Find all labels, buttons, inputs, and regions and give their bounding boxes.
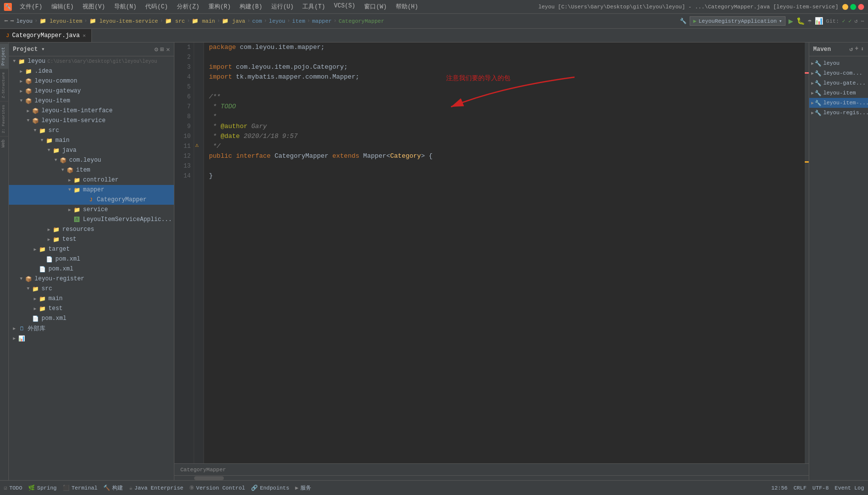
- tree-test-arrow[interactable]: ▶: [45, 236, 52, 243]
- breadcrumb-leyou-item[interactable]: 📁 leyou-item: [40, 18, 83, 24]
- close-button[interactable]: [858, 4, 864, 10]
- tree-controller-arrow[interactable]: ▶: [66, 177, 73, 183]
- maven-download-icon[interactable]: ⬇: [861, 45, 864, 53]
- breadcrumb-leyou[interactable]: leyou: [16, 18, 33, 24]
- tree-idea-arrow[interactable]: ▶: [18, 68, 25, 75]
- menu-window[interactable]: 窗口(W): [360, 1, 391, 12]
- tree-idea[interactable]: ▶ 📁 .idea: [9, 66, 174, 76]
- minimize-button[interactable]: [842, 4, 848, 10]
- tree-register-main[interactable]: ▶ 📁 main: [9, 294, 174, 304]
- git-refresh[interactable]: ↺: [855, 18, 858, 24]
- tree-mapper-arrow[interactable]: ▼: [66, 186, 73, 193]
- tree-app-class[interactable]: 🅰 LeyouItemServiceApplic...: [9, 215, 174, 225]
- tree-target-arrow[interactable]: ▶: [32, 246, 39, 253]
- breadcrumb-item[interactable]: item: [292, 18, 305, 24]
- tab-close-button[interactable]: ✕: [83, 33, 85, 39]
- tree-controller[interactable]: ▶ 📁 controller: [9, 175, 174, 185]
- vtab-zstructure[interactable]: Z-Structure: [0, 69, 9, 101]
- breadcrumb-service[interactable]: 📁 leyou-item-service: [89, 18, 158, 24]
- breadcrumb-src[interactable]: 📁 src: [165, 18, 185, 24]
- tree-leyou-root[interactable]: ▼ 📁 leyou C:\Users\Gary\Desktop\git\leyo…: [9, 56, 174, 66]
- tree-leyou-common[interactable]: ▶ 📦 leyou-common: [9, 76, 174, 86]
- tree-leyou-arrow[interactable]: ▼: [11, 58, 18, 65]
- status-endpoints[interactable]: 🔗 Endpoints: [251, 485, 289, 491]
- tree-resources[interactable]: ▶ 📁 resources: [9, 225, 174, 234]
- nav-icon-back[interactable]: ⬅: [4, 17, 8, 25]
- maven-add-icon[interactable]: +: [855, 45, 859, 53]
- menu-build[interactable]: 构建(B): [236, 1, 266, 12]
- run-button[interactable]: ▶: [788, 16, 793, 26]
- menu-view[interactable]: 视图(V): [79, 1, 109, 12]
- menu-bar[interactable]: 文件(F) 编辑(E) 视图(V) 导航(N) 代码(C) 分析(Z) 重构(R…: [16, 1, 422, 12]
- status-java-enterprise[interactable]: ☕ Java Enterprise: [129, 485, 183, 491]
- tree-gateway-arrow[interactable]: ▶: [18, 88, 25, 94]
- maven-leyou-item-sel[interactable]: ▶ 🔧 leyou-item-...: [809, 98, 868, 108]
- event-log[interactable]: Event Log: [835, 485, 864, 491]
- menu-navigate[interactable]: 导航(N): [110, 1, 141, 12]
- menu-vcs[interactable]: VCS(S): [330, 1, 359, 12]
- tree-com-leyou[interactable]: ▼ 📦 com.leyou: [9, 155, 174, 165]
- tree-service-folder[interactable]: ▶ 📁 service: [9, 205, 174, 215]
- debug-button[interactable]: 🐛: [796, 17, 805, 25]
- line-ending[interactable]: CRLF: [793, 485, 806, 491]
- run-controls[interactable]: 🔧 ▶ LeyouRegistryApplication ▾ ▶ 🐛 ☂ 📊 G…: [680, 16, 864, 26]
- vtab-favorites[interactable]: 2: Favorites: [0, 101, 9, 136]
- status-terminal[interactable]: ⬛ Terminal: [63, 485, 98, 491]
- menu-analyze[interactable]: 分析(Z): [173, 1, 204, 12]
- h-scrollbar-thumb[interactable]: [194, 476, 224, 480]
- menu-tools[interactable]: 工具(T): [298, 1, 329, 12]
- git-check1[interactable]: ✓: [842, 18, 846, 24]
- tree-leyou-item[interactable]: ▼ 📦 leyou-item: [9, 96, 174, 106]
- tab-categorymapper[interactable]: J CategoryMapper.java ✕: [0, 29, 92, 42]
- breadcrumb-mapper[interactable]: mapper: [312, 18, 332, 24]
- git-more[interactable]: ⋯: [861, 18, 864, 24]
- menu-refactor[interactable]: 重构(R): [205, 1, 235, 12]
- tree-java-arrow[interactable]: ▼: [45, 147, 52, 154]
- tree-reg-main-arrow[interactable]: ▶: [32, 295, 39, 302]
- nav-icon-forward[interactable]: ➡: [10, 17, 14, 25]
- tree-scratches-arrow[interactable]: ▶: [11, 325, 18, 332]
- tree-register-src[interactable]: ▼ 📁 src: [9, 284, 174, 294]
- tree-leyou-register[interactable]: ▼ 📦 leyou-register: [9, 274, 174, 284]
- menu-file[interactable]: 文件(F): [16, 1, 46, 12]
- maven-leyou-item[interactable]: ▶ 🔧 leyou-item: [809, 88, 868, 98]
- panel-close-icon[interactable]: ✕: [166, 45, 170, 53]
- tree-src-arrow[interactable]: ▼: [32, 127, 39, 134]
- tree-test[interactable]: ▶ 📁 test: [9, 234, 174, 244]
- code-view[interactable]: 1 2 3 4 5 6 7 8 9 10 11 12 13 14 ⚠: [174, 43, 809, 463]
- tree-src[interactable]: ▼ 📁 src: [9, 126, 174, 135]
- tree-mapper[interactable]: ▼ 📁 mapper: [9, 185, 174, 195]
- tree-interface-arrow[interactable]: ▶: [25, 107, 32, 114]
- breadcrumb-leyou2[interactable]: leyou: [269, 18, 285, 24]
- maven-controls[interactable]: ↺ + ⬇: [849, 45, 864, 53]
- panel-settings-icon[interactable]: ⚙: [155, 45, 159, 53]
- status-service[interactable]: ▶ 服务: [295, 484, 312, 492]
- maximize-button[interactable]: [850, 4, 856, 10]
- tree-res-arrow[interactable]: ▶: [45, 226, 52, 233]
- breadcrumb-main[interactable]: 📁 main: [192, 18, 215, 24]
- maven-leyou-com[interactable]: ▶ 🔧 leyou-com...: [809, 68, 868, 78]
- encoding[interactable]: UTF-8: [813, 485, 829, 491]
- tree-register-test[interactable]: ▶ 📁 test: [9, 304, 174, 314]
- vtab-web[interactable]: Web: [0, 136, 9, 150]
- code-content[interactable]: package com.leyou.item.mapper; import co…: [204, 43, 805, 463]
- tree-item-service[interactable]: ▼ 📦 leyou-item-service: [9, 116, 174, 126]
- tree-reg-src-arrow[interactable]: ▼: [25, 285, 32, 292]
- menu-code[interactable]: 代码(C): [141, 1, 172, 12]
- tree-item-pkg[interactable]: ▼ 📦 item: [9, 165, 174, 175]
- maven-leyou[interactable]: ▶ 🔧 leyou: [809, 58, 868, 68]
- breadcrumb-com[interactable]: com: [252, 18, 262, 24]
- tree-item-arrow[interactable]: ▼: [18, 97, 25, 104]
- git-check2[interactable]: ✓: [848, 18, 852, 24]
- menu-edit[interactable]: 编辑(E): [47, 1, 78, 12]
- maven-leyou-reg[interactable]: ▶ 🔧 leyou-regis...: [809, 108, 868, 118]
- status-spring[interactable]: 🌿 Spring: [28, 485, 57, 491]
- run-config-dropdown[interactable]: ▶ LeyouRegistryApplication ▾: [690, 16, 785, 26]
- tree-target[interactable]: ▶ 📁 target: [9, 244, 174, 254]
- code-scrollbar[interactable]: [174, 475, 809, 480]
- tree-item-interface[interactable]: ▶ 📦 leyou-item-interface: [9, 106, 174, 116]
- tree-main[interactable]: ▼ 📁 main: [9, 135, 174, 145]
- maven-refresh-icon[interactable]: ↺: [849, 45, 853, 53]
- panel-controls[interactable]: ⚙ ⊞ ✕: [155, 45, 170, 53]
- tree-item-pkg-arrow[interactable]: ▼: [59, 167, 66, 174]
